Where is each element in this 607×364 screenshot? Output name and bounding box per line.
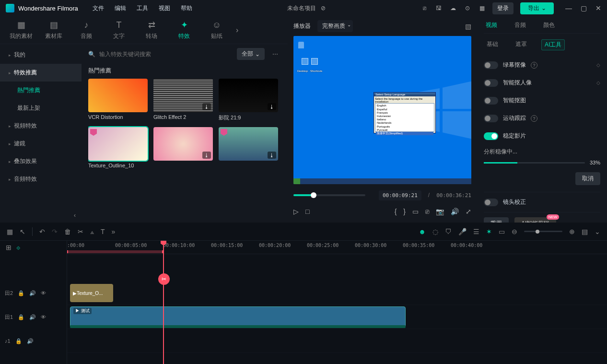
track-control-icon[interactable]: 🔒	[18, 290, 24, 296]
effect-thumb[interactable]	[88, 127, 148, 161]
download-icon[interactable]: ⭳	[268, 103, 276, 110]
track-control-icon[interactable]: 🔒	[15, 338, 22, 344]
collapse-sidebar-button[interactable]: ‹	[0, 208, 82, 223]
toggle-switch[interactable]	[484, 115, 498, 122]
mark-out-icon[interactable]: }	[403, 208, 406, 215]
toggle-switch[interactable]	[484, 97, 498, 105]
keyframe-icon[interactable]: ◇	[596, 80, 600, 85]
volume-icon[interactable]: 🔊	[451, 208, 459, 215]
menu-file[interactable]: 文件	[93, 4, 104, 12]
frame-icon[interactable]: ▭	[499, 228, 505, 235]
sidebar-item[interactable]: ▸音頻特效	[0, 170, 82, 188]
menu-help[interactable]: 帮助	[181, 4, 192, 12]
playhead[interactable]	[163, 241, 164, 364]
media-tab-我的素材[interactable]: ▦我的素材	[5, 20, 37, 40]
chevron-right-icon[interactable]: ›	[233, 26, 241, 35]
video-track[interactable]: ▶ 测试	[67, 305, 607, 329]
effect-card[interactable]: ⭳	[153, 127, 213, 168]
download-icon[interactable]: ⭳	[202, 103, 211, 110]
media-tab-特效[interactable]: ✦特效	[168, 20, 200, 40]
mic-icon[interactable]: 🎤	[458, 228, 467, 235]
media-tab-贴纸[interactable]: ☺贴纸	[200, 20, 233, 40]
download-icon[interactable]: ⭳	[268, 152, 276, 159]
more-button[interactable]: ⋯	[269, 51, 281, 58]
tab-audio[interactable]: 音频	[513, 20, 528, 30]
device-icon[interactable]: ⎚	[420, 4, 428, 12]
toggle-switch[interactable]	[484, 61, 498, 69]
mark-in-icon[interactable]: {	[395, 208, 397, 215]
export-button[interactable]: 导出⌄	[520, 2, 554, 14]
zoom-out-icon[interactable]: ⊖	[512, 228, 517, 235]
tab-color[interactable]: 颜色	[541, 20, 557, 30]
save-icon[interactable]: 🖫	[435, 4, 443, 12]
track-control-icon[interactable]: 🔊	[29, 314, 36, 320]
toggle-switch[interactable]	[484, 79, 498, 87]
sidebar-item[interactable]: 最新上架	[0, 99, 82, 117]
toggle-switch[interactable]	[484, 132, 498, 140]
track-control-icon[interactable]: 🔊	[29, 290, 36, 296]
camera-icon[interactable]: 📷	[436, 208, 444, 215]
headset-icon[interactable]: ⊙	[464, 4, 471, 12]
display-icon[interactable]: ⎚	[425, 208, 429, 215]
sidebar-item[interactable]: 熱門推薦	[0, 82, 82, 99]
timeline-ruler[interactable]: :00:0000:00:05:0000:00:10:0000:00:15:000…	[67, 241, 607, 254]
effect-card[interactable]: ⭳影院 21:9	[219, 79, 278, 121]
media-tab-文字[interactable]: T文字	[103, 20, 135, 40]
media-tab-音频[interactable]: ♪音频	[70, 20, 103, 40]
fx-clip[interactable]: ▶ Texture_O...	[70, 284, 113, 302]
more-tools-icon[interactable]: »	[112, 228, 116, 235]
track-add-icon[interactable]: ⊞	[6, 244, 12, 251]
crop-icon[interactable]: ⟁	[90, 228, 94, 235]
selection-range[interactable]	[67, 250, 163, 253]
cut-marker-icon[interactable]: ✂	[158, 273, 170, 285]
reset-button[interactable]: 重置	[484, 217, 509, 223]
play-button[interactable]: ▷	[293, 208, 299, 215]
video-preview[interactable]: Desktop · Shortcuts Select Setup Languag…	[293, 36, 471, 184]
ai-edit-button[interactable]: AI智能剪辑NEW	[514, 217, 556, 223]
fx-track[interactable]: ▶ Texture_O...	[67, 281, 607, 305]
track-control-icon[interactable]: 🔊	[27, 338, 34, 344]
lens-toggle[interactable]	[484, 199, 498, 206]
effect-card[interactable]: Texture_Outline_10	[88, 127, 148, 168]
speed-icon[interactable]: ◌	[432, 228, 438, 235]
zoom-in-icon[interactable]: ⊕	[569, 228, 575, 235]
cut-icon[interactable]: ✂	[78, 228, 83, 235]
audio-track[interactable]	[67, 329, 607, 353]
sidebar-item[interactable]: ▸視頻特效	[0, 117, 82, 135]
help-icon[interactable]: ?	[531, 62, 537, 69]
list-icon[interactable]: ☰	[473, 228, 479, 235]
media-tab-素材库[interactable]: ▤素材库	[37, 20, 70, 40]
help-icon[interactable]: ?	[531, 115, 537, 122]
marker-icon[interactable]: ✶	[486, 228, 492, 235]
maximize-button[interactable]: ▢	[581, 4, 587, 12]
keyframe-icon[interactable]: ◇	[596, 62, 600, 68]
effect-thumb[interactable]	[88, 79, 148, 112]
search-input[interactable]	[99, 51, 232, 58]
delete-icon[interactable]: 🗑	[64, 228, 71, 235]
scrub-track[interactable]	[293, 194, 365, 196]
effect-card[interactable]: ⭳Glitch Effect 2	[153, 79, 213, 121]
filter-dropdown[interactable]: 全部⌄	[237, 48, 265, 60]
sidebar-item[interactable]: ▸叠加效果	[0, 153, 82, 170]
close-button[interactable]: ✕	[595, 4, 601, 12]
effect-thumb[interactable]: ⭳	[219, 79, 278, 112]
subtab-ai[interactable]: AI工具	[541, 39, 565, 50]
effect-thumb[interactable]: ⭳	[153, 79, 213, 112]
track-control-icon[interactable]: 🔒	[18, 314, 24, 320]
tab-video[interactable]: 视频	[484, 20, 499, 30]
fullscreen-icon[interactable]: ⤢	[466, 208, 471, 215]
subtab-basic[interactable]: 基础	[484, 39, 501, 50]
effect-thumb[interactable]: ⭳	[219, 127, 278, 161]
download-icon[interactable]: ⭳	[202, 152, 211, 159]
ai-icon[interactable]: ☻	[419, 228, 426, 235]
effect-card[interactable]: VCR Distortion	[88, 79, 148, 121]
text-icon[interactable]: T	[101, 228, 105, 235]
chevron-down-icon[interactable]: ⌄	[595, 228, 600, 235]
track-control-icon[interactable]: 👁	[41, 314, 46, 320]
effect-thumb[interactable]: ⭳	[153, 127, 213, 161]
track-control-icon[interactable]: 👁	[41, 290, 46, 296]
current-time[interactable]: 00:00:09:21	[379, 190, 421, 200]
project-title[interactable]: 未命名项目	[287, 4, 316, 12]
menu-view[interactable]: 视图	[159, 4, 170, 12]
grid-view-icon[interactable]: ▤	[582, 228, 588, 235]
